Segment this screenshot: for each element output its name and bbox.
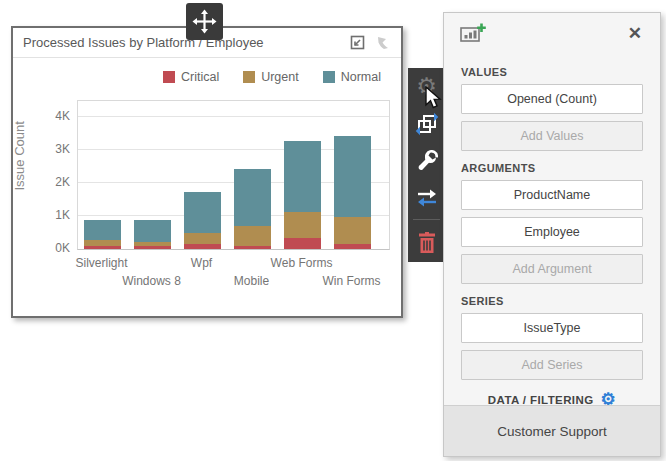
panel-header: ✕ bbox=[444, 13, 660, 55]
y-tick-label: 3K bbox=[30, 142, 70, 157]
wrench-icon[interactable] bbox=[408, 142, 445, 179]
section-header-arguments: ARGUMENTS bbox=[461, 162, 643, 174]
section-header-series: SERIES bbox=[461, 295, 643, 307]
bar-segment-urgent[interactable] bbox=[234, 226, 271, 246]
add-button-series[interactable]: Add Series bbox=[461, 350, 643, 380]
swap-arrows-icon[interactable] bbox=[408, 179, 445, 216]
legend-swatch bbox=[323, 71, 335, 83]
bar-silverlight[interactable] bbox=[84, 220, 121, 249]
legend-item[interactable]: Urgent bbox=[243, 70, 299, 84]
x-axis-label: Web Forms bbox=[271, 256, 333, 270]
bar-win-forms[interactable] bbox=[334, 136, 371, 249]
maximize-icon[interactable] bbox=[349, 34, 366, 51]
legend-item[interactable]: Critical bbox=[163, 70, 219, 84]
bar-segment-normal[interactable] bbox=[234, 169, 271, 226]
binding-field-employee[interactable]: Employee bbox=[461, 217, 643, 247]
binding-field-issuetype[interactable]: IssueType bbox=[461, 313, 643, 343]
legend-item[interactable]: Normal bbox=[323, 70, 381, 84]
bar-segment-normal[interactable] bbox=[134, 220, 171, 242]
bar-segment-critical[interactable] bbox=[134, 246, 171, 249]
x-axis-label: Windows 8 bbox=[122, 274, 181, 288]
add-chart-item-icon bbox=[460, 23, 486, 45]
bar-segment-urgent[interactable] bbox=[184, 233, 221, 244]
y-axis-title: Issue Count bbox=[12, 175, 27, 191]
bar-segment-critical[interactable] bbox=[284, 238, 321, 249]
bar-segment-normal[interactable] bbox=[184, 192, 221, 233]
bar-windows-8[interactable] bbox=[134, 220, 171, 249]
legend-swatch bbox=[163, 71, 175, 83]
binding-field-opened-count-[interactable]: Opened (Count) bbox=[461, 84, 643, 114]
bar-segment-critical[interactable] bbox=[184, 244, 221, 249]
bar-segment-urgent[interactable] bbox=[334, 217, 371, 245]
trash-icon[interactable] bbox=[408, 224, 445, 261]
binding-panel: ✕ VALUESOpened (Count)Add ValuesARGUMENT… bbox=[443, 12, 661, 457]
add-button-values[interactable]: Add Values bbox=[461, 121, 643, 151]
bar-segment-urgent[interactable] bbox=[134, 242, 171, 246]
x-axis-label: Mobile bbox=[234, 274, 269, 288]
bar-mobile[interactable] bbox=[234, 169, 271, 249]
data-filtering-label: DATA / FILTERING bbox=[488, 394, 594, 406]
chart-legend: CriticalUrgentNormal bbox=[139, 70, 381, 84]
data-source-footer: Customer Support bbox=[444, 405, 660, 456]
bar-segment-critical[interactable] bbox=[84, 246, 121, 249]
chart-widget-window: Processed Issues by Platform / Employee … bbox=[11, 26, 403, 318]
binding-field-productname[interactable]: ProductName bbox=[461, 180, 643, 210]
x-axis-label: Wpf bbox=[191, 256, 212, 270]
panel-sections: VALUESOpened (Count)Add ValuesARGUMENTSP… bbox=[444, 66, 660, 380]
bar-wpf[interactable] bbox=[184, 192, 221, 249]
bar-segment-normal[interactable] bbox=[334, 136, 371, 216]
y-tick-label: 2K bbox=[30, 175, 70, 190]
y-tick-label: 4K bbox=[30, 109, 70, 124]
drill-up-icon[interactable] bbox=[375, 35, 391, 51]
y-tick-label: 1K bbox=[30, 208, 70, 223]
x-axis-label: Win Forms bbox=[323, 274, 381, 288]
bar-segment-urgent[interactable] bbox=[84, 240, 121, 246]
close-icon[interactable]: ✕ bbox=[624, 23, 646, 44]
bar-segment-normal[interactable] bbox=[284, 141, 321, 212]
chart-area: CriticalUrgentNormal Issue Count 0K1K2K3… bbox=[13, 58, 401, 315]
bar-segment-urgent[interactable] bbox=[284, 212, 321, 238]
bar-web-forms[interactable] bbox=[284, 141, 321, 249]
section-header-values: VALUES bbox=[461, 66, 643, 78]
legend-label: Critical bbox=[181, 70, 219, 84]
bar-segment-normal[interactable] bbox=[84, 220, 121, 240]
move-handle[interactable] bbox=[186, 3, 223, 40]
legend-label: Normal bbox=[341, 70, 381, 84]
plot-area: 0K1K2K3K4K bbox=[77, 100, 390, 250]
add-button-arguments[interactable]: Add Argument bbox=[461, 254, 643, 284]
mouse-cursor bbox=[424, 86, 442, 112]
legend-label: Urgent bbox=[261, 70, 299, 84]
bar-segment-critical[interactable] bbox=[334, 244, 371, 249]
bar-segment-critical[interactable] bbox=[234, 246, 271, 249]
legend-swatch bbox=[243, 71, 255, 83]
x-axis-label: Silverlight bbox=[75, 256, 127, 270]
y-tick-label: 0K bbox=[30, 241, 70, 256]
gridline bbox=[78, 116, 389, 117]
toolbar-divider bbox=[413, 219, 440, 220]
move-icon bbox=[192, 9, 217, 34]
